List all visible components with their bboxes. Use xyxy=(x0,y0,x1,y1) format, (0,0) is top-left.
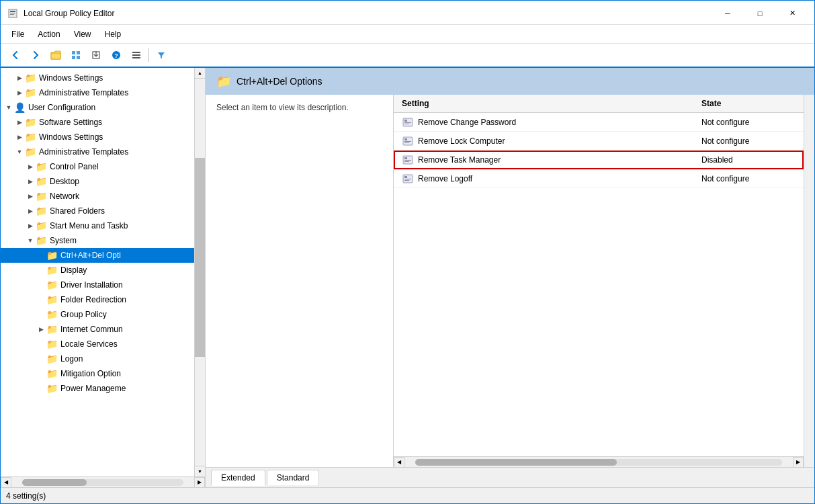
tree-item-network[interactable]: ▶ 📁 Network xyxy=(1,189,194,204)
left-panel-scrollbar[interactable]: ▲ ▼ xyxy=(194,68,205,476)
maximize-button[interactable]: □ xyxy=(744,3,775,24)
hscroll-left-button[interactable]: ◀ xyxy=(1,477,11,488)
folder-icon-system: 📁 xyxy=(36,235,47,246)
tree-item-logon[interactable]: 📁 Logon xyxy=(1,351,194,366)
right-panel-vscrollbar[interactable] xyxy=(804,95,814,467)
folder-icon-group-policy: 📁 xyxy=(46,309,58,320)
expand-icon-user-config[interactable]: ▼ xyxy=(3,102,14,113)
scroll-thumb[interactable] xyxy=(195,158,205,357)
right-hscroll-right-button[interactable]: ▶ xyxy=(793,457,804,468)
view-icon xyxy=(132,50,141,60)
tree-item-ctrl-alt-del[interactable]: 📁 Ctrl+Alt+Del Opti xyxy=(1,248,194,263)
setting-row-remove-change-password[interactable]: Remove Change Password Not configure xyxy=(394,113,804,132)
tree-item-windows-settings-1[interactable]: ▶ 📁 Windows Settings xyxy=(1,71,194,85)
settings-table[interactable]: Remove Change Password Not configure xyxy=(394,113,804,456)
toolbar-help-button[interactable]: ? xyxy=(107,46,126,64)
expand-icon-ctrl-alt-del[interactable] xyxy=(36,250,46,261)
tree-item-windows-settings-2[interactable]: ▶ 📁 Windows Settings xyxy=(1,130,194,144)
close-button[interactable]: ✕ xyxy=(777,3,808,24)
expand-icon-software-settings[interactable]: ▶ xyxy=(14,117,25,128)
tree-item-folder-redirection[interactable]: 📁 Folder Redirection xyxy=(1,292,194,307)
scroll-up-button[interactable]: ▲ xyxy=(195,68,206,79)
expand-icon-start-menu[interactable]: ▶ xyxy=(25,220,36,231)
menu-file[interactable]: File xyxy=(6,28,30,41)
minimize-button[interactable]: ─ xyxy=(712,3,743,24)
expand-icon-admin-templates-2[interactable]: ▼ xyxy=(14,146,25,157)
back-icon xyxy=(11,50,20,60)
tree-item-admin-templates-2[interactable]: ▼ 📁 Administrative Templates xyxy=(1,144,194,159)
expand-icon-windows-settings-1[interactable]: ▶ xyxy=(14,73,25,83)
tree-container[interactable]: ▶ 📁 Windows Settings ▶ 📁 Administrative … xyxy=(1,68,194,476)
expand-icon-power-management[interactable] xyxy=(36,383,46,394)
toolbar-grid-button[interactable] xyxy=(67,46,85,64)
hscroll-track xyxy=(22,479,183,486)
setting-state-remove-change-password: Not configure xyxy=(701,118,796,127)
expand-icon-locale-services[interactable] xyxy=(36,339,46,349)
right-panel-hscrollbar[interactable]: ◀ ▶ xyxy=(394,456,804,467)
tab-extended[interactable]: Extended xyxy=(211,470,265,486)
expand-icon-folder-redirection[interactable] xyxy=(36,294,46,305)
tree-item-locale-services[interactable]: 📁 Locale Services xyxy=(1,337,194,351)
tree-item-internet-commun[interactable]: ▶ 📁 Internet Commun xyxy=(1,322,194,337)
hscroll-thumb[interactable] xyxy=(22,479,87,486)
hscroll-right-button[interactable]: ▶ xyxy=(194,477,205,488)
tree-label-ctrl-alt-del: Ctrl+Alt+Del Opti xyxy=(60,251,121,260)
tree-label-software-settings: Software Settings xyxy=(39,118,102,127)
expand-icon-desktop[interactable]: ▶ xyxy=(25,176,36,187)
toolbar-view-button[interactable] xyxy=(127,46,146,64)
setting-row-remove-lock-computer[interactable]: Remove Lock Computer Not configure xyxy=(394,132,804,151)
col-setting-header: Setting xyxy=(402,99,701,108)
setting-row-remove-logoff[interactable]: Remove Logoff Not configure xyxy=(394,169,804,188)
tree-item-desktop[interactable]: ▶ 📁 Desktop xyxy=(1,174,194,189)
toolbar-back-button[interactable] xyxy=(6,46,25,64)
toolbar: ? xyxy=(1,44,814,68)
expand-icon-system[interactable]: ▼ xyxy=(25,235,36,246)
tree-item-control-panel[interactable]: ▶ 📁 Control Panel xyxy=(1,159,194,174)
svg-rect-12 xyxy=(132,54,140,56)
toolbar-filter-button[interactable] xyxy=(152,46,171,64)
svg-rect-7 xyxy=(77,56,80,59)
tree-label-locale-services: Locale Services xyxy=(60,339,118,349)
tree-item-start-menu[interactable]: ▶ 📁 Start Menu and Taskb xyxy=(1,218,194,233)
menu-help[interactable]: Help xyxy=(99,28,127,41)
svg-rect-27 xyxy=(404,176,407,178)
expand-icon-network[interactable]: ▶ xyxy=(25,191,36,202)
scroll-down-button[interactable]: ▼ xyxy=(195,466,206,476)
expand-icon-shared-folders[interactable]: ▶ xyxy=(25,206,36,216)
tree-item-group-policy[interactable]: 📁 Group Policy xyxy=(1,307,194,322)
main-window: Local Group Policy Editor ─ □ ✕ File Act… xyxy=(0,0,815,504)
setting-row-remove-task-manager[interactable]: Remove Task Manager Disabled xyxy=(394,151,804,169)
tab-standard[interactable]: Standard xyxy=(267,470,320,485)
folder-icon xyxy=(50,50,61,60)
expand-icon-display[interactable] xyxy=(36,265,46,276)
menu-view[interactable]: View xyxy=(69,28,97,41)
tree-item-display[interactable]: 📁 Display xyxy=(1,263,194,278)
tree-item-shared-folders[interactable]: ▶ 📁 Shared Folders xyxy=(1,204,194,218)
toolbar-export-button[interactable] xyxy=(87,46,105,64)
tree-item-mitigation-options[interactable]: 📁 Mitigation Option xyxy=(1,366,194,381)
right-hscroll-left-button[interactable]: ◀ xyxy=(394,457,404,468)
expand-icon-windows-settings-2[interactable]: ▶ xyxy=(14,132,25,142)
toolbar-folder-button[interactable] xyxy=(46,46,65,64)
filter-icon xyxy=(157,50,166,60)
right-hscroll-thumb[interactable] xyxy=(415,459,617,466)
expand-icon-control-panel[interactable]: ▶ xyxy=(25,161,36,172)
tree-item-user-configuration[interactable]: ▼ 👤 User Configuration xyxy=(1,100,194,115)
toolbar-forward-button[interactable] xyxy=(26,46,45,64)
expand-icon-admin-templates-1[interactable]: ▶ xyxy=(14,87,25,98)
expand-icon-group-policy[interactable] xyxy=(36,309,46,320)
expand-icon-mitigation-options[interactable] xyxy=(36,368,46,379)
tree-item-system[interactable]: ▼ 📁 System xyxy=(1,233,194,248)
settings-header-row: Setting State xyxy=(394,95,804,113)
tree-item-admin-templates-1[interactable]: ▶ 📁 Administrative Templates xyxy=(1,85,194,100)
left-panel-hscrollbar[interactable]: ◀ ▶ xyxy=(1,476,205,487)
svg-rect-29 xyxy=(404,180,409,181)
tree-item-power-management[interactable]: 📁 Power Manageme xyxy=(1,381,194,396)
tree-item-software-settings[interactable]: ▶ 📁 Software Settings xyxy=(1,115,194,130)
tree-item-driver-installation[interactable]: 📁 Driver Installation xyxy=(1,278,194,292)
menu-action[interactable]: Action xyxy=(32,28,65,41)
expand-icon-driver-installation[interactable] xyxy=(36,280,46,290)
tree-label-power-management: Power Manageme xyxy=(60,384,126,393)
expand-icon-internet-commun[interactable]: ▶ xyxy=(36,324,46,335)
expand-icon-logon[interactable] xyxy=(36,353,46,364)
